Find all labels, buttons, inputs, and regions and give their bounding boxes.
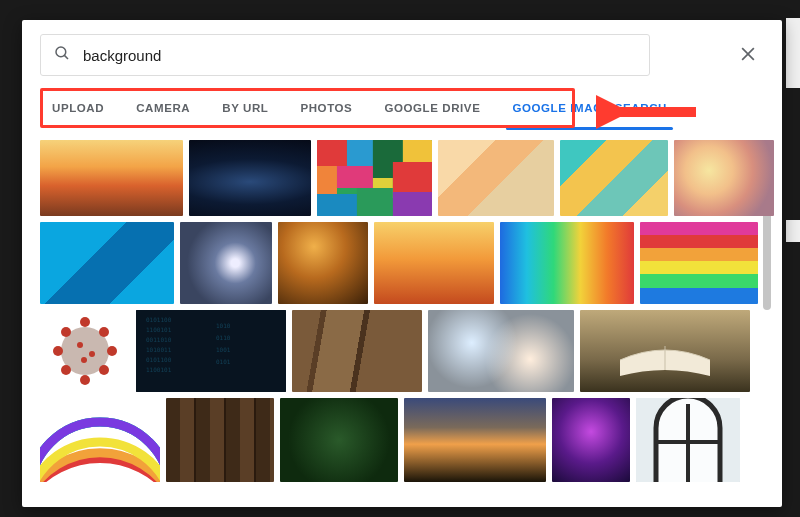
- result-thumbnail[interactable]: [404, 398, 546, 482]
- svg-line-1: [64, 55, 68, 59]
- source-tabs-row: UPLOAD CAMERA BY URL PHOTOS GOOGLE DRIVE…: [40, 88, 764, 134]
- result-thumbnail[interactable]: [438, 140, 554, 216]
- svg-text:1010011: 1010011: [146, 346, 172, 353]
- result-thumbnail[interactable]: [317, 140, 433, 216]
- insert-image-dialog: groovyPost.com UPLOAD CAMERA BY URL PHOT…: [22, 20, 782, 507]
- result-thumbnail[interactable]: [560, 140, 668, 216]
- dialog-topbar: [22, 20, 782, 84]
- tab-upload[interactable]: UPLOAD: [40, 88, 120, 128]
- search-icon: [53, 44, 71, 66]
- svg-rect-9: [402, 140, 432, 162]
- result-thumbnail[interactable]: [674, 140, 774, 216]
- svg-rect-15: [357, 188, 393, 216]
- svg-point-0: [56, 47, 66, 57]
- close-button[interactable]: [734, 42, 762, 70]
- background-peek: [786, 18, 800, 88]
- result-thumbnail[interactable]: [189, 140, 311, 216]
- tab-photos[interactable]: PHOTOS: [284, 88, 368, 128]
- result-thumbnail[interactable]: [166, 398, 274, 482]
- svg-point-26: [77, 342, 83, 348]
- svg-text:0101: 0101: [216, 358, 231, 365]
- svg-rect-14: [317, 194, 357, 216]
- result-thumbnail[interactable]: [428, 310, 574, 392]
- result-thumbnail[interactable]: [40, 310, 130, 392]
- svg-point-20: [53, 346, 63, 356]
- svg-text:0101100: 0101100: [146, 316, 172, 323]
- result-thumbnail[interactable]: [40, 398, 160, 482]
- tab-google-image-search[interactable]: GOOGLE IMAGE SEARCH: [496, 88, 683, 128]
- result-thumbnail[interactable]: [40, 140, 183, 216]
- result-thumbnail[interactable]: [180, 222, 272, 304]
- tab-camera[interactable]: CAMERA: [120, 88, 206, 128]
- svg-point-22: [61, 327, 71, 337]
- tab-google-drive[interactable]: GOOGLE DRIVE: [368, 88, 496, 128]
- svg-point-25: [99, 365, 109, 375]
- result-thumbnail[interactable]: 01011001100101 00110101010011 0101100110…: [136, 310, 286, 392]
- svg-rect-6: [317, 140, 347, 166]
- svg-text:0011010: 0011010: [146, 336, 172, 343]
- image-results-grid: 01011001100101 00110101010011 0101100110…: [40, 140, 774, 507]
- svg-point-28: [81, 357, 87, 363]
- result-thumbnail[interactable]: [552, 398, 630, 482]
- svg-text:0101100: 0101100: [146, 356, 172, 363]
- svg-rect-10: [317, 166, 337, 194]
- svg-point-27: [89, 351, 95, 357]
- svg-text:0110: 0110: [216, 334, 231, 341]
- result-thumbnail[interactable]: [500, 222, 634, 304]
- svg-rect-13: [393, 162, 433, 192]
- result-thumbnail[interactable]: [40, 222, 174, 304]
- tab-by-url[interactable]: BY URL: [206, 88, 284, 128]
- svg-rect-7: [347, 140, 373, 166]
- svg-rect-11: [337, 166, 373, 188]
- result-thumbnail[interactable]: [292, 310, 422, 392]
- result-thumbnail[interactable]: [280, 398, 398, 482]
- search-field-container[interactable]: [40, 34, 650, 76]
- svg-rect-16: [393, 192, 433, 216]
- result-thumbnail[interactable]: [374, 222, 494, 304]
- result-thumbnail[interactable]: [278, 222, 368, 304]
- result-thumbnail[interactable]: [640, 222, 758, 304]
- svg-text:1100101: 1100101: [146, 366, 172, 373]
- svg-point-23: [99, 327, 109, 337]
- svg-point-24: [61, 365, 71, 375]
- svg-text:1010: 1010: [216, 322, 231, 329]
- svg-text:1100101: 1100101: [146, 326, 172, 333]
- svg-point-21: [107, 346, 117, 356]
- result-thumbnail[interactable]: [580, 310, 750, 392]
- svg-point-19: [80, 375, 90, 385]
- search-input[interactable]: [83, 47, 637, 64]
- result-thumbnail[interactable]: [636, 398, 740, 482]
- close-icon: [738, 44, 758, 68]
- background-peek: [786, 220, 800, 242]
- svg-point-18: [80, 317, 90, 327]
- svg-text:1001: 1001: [216, 346, 231, 353]
